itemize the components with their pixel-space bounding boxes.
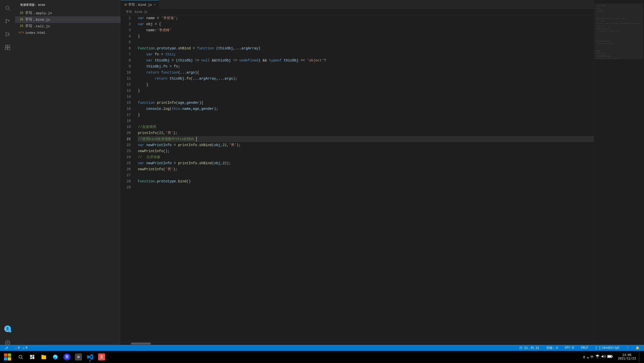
scrollbar-area[interactable] <box>121 342 594 345</box>
code-line-25[interactable]: var newPrintInfo = printInfo.shBind(obj,… <box>138 160 594 166</box>
taskbar-red-app[interactable]: 文 <box>96 351 107 362</box>
code-line-8[interactable]: var thisObj = (thisObj != null &&thisObj… <box>138 57 594 63</box>
error-count[interactable]: ✕ 0 ⚠ 0 <box>14 345 29 351</box>
code-line-1[interactable]: var name = '李世海'; <box>138 15 594 21</box>
cursor-position[interactable]: 行 21，列 21 <box>518 345 541 351</box>
activity-run[interactable] <box>2 28 14 40</box>
code-line-28[interactable]: Function.prototype.bind() <box>138 178 594 184</box>
taskbar-widgets[interactable] <box>27 351 38 362</box>
win-logo-green <box>8 353 11 357</box>
clock[interactable]: 14:06 2021/11/23 <box>616 351 638 362</box>
bell-button[interactable]: 🔔 <box>634 345 641 351</box>
win-logo-blue <box>4 357 7 360</box>
svg-point-12 <box>19 355 22 358</box>
svg-rect-15 <box>32 355 34 356</box>
taskbar-icons: 百 ⚙ 文 <box>15 351 107 362</box>
code-line-24[interactable]: // 分开传参 <box>138 154 594 160</box>
git-icon: ⎇ <box>5 346 8 350</box>
svg-line-1 <box>9 9 10 10</box>
clock-date: 2021/11/23 <box>618 357 636 360</box>
tab-close-button[interactable]: ✕ <box>154 3 156 7</box>
code-content[interactable]: var name = '李世海';var obj = { name:'李虎峰'}… <box>134 15 594 351</box>
file-name-html: index.html <box>25 31 46 35</box>
file-item-call[interactable]: JS 手写，call.js <box>15 23 120 29</box>
svg-point-2 <box>6 19 7 20</box>
tab-js-icon: JS <box>124 3 127 6</box>
code-line-2[interactable]: var obj = { <box>138 21 594 27</box>
minimap-content: var name = '李世海'; var obj = { name:'李虎峰'… <box>594 0 644 63</box>
code-line-22[interactable]: var newPrintInfo = printInfo.shBind(obj,… <box>138 142 594 148</box>
code-line-16[interactable]: console.log(this.name,age,gender); <box>138 106 594 112</box>
svg-point-11 <box>7 342 8 344</box>
encoding[interactable]: UTF-8 <box>563 345 575 351</box>
avatar-badge: 1 <box>9 330 11 333</box>
activity-source-control[interactable] <box>2 15 14 27</box>
status-right: 行 21，列 21 空格: 4 UTF-8 CRLF { } JavaScrip… <box>518 345 641 351</box>
code-editor[interactable]: 1234567891011121314151617181920212223242… <box>121 15 594 351</box>
taskbar-baidu[interactable]: 百 <box>61 351 72 362</box>
code-line-18[interactable] <box>138 118 594 124</box>
line-ending[interactable]: CRLF <box>579 345 590 351</box>
code-line-12[interactable]: } <box>138 82 594 88</box>
taskbar-vscode[interactable] <box>85 351 96 362</box>
svg-point-19 <box>597 357 598 358</box>
taskbar-file-explorer[interactable] <box>38 351 49 362</box>
code-line-6[interactable]: Function.prototype.shBind = function (th… <box>138 45 594 51</box>
activity-search[interactable] <box>2 2 14 14</box>
show-desktop[interactable] <box>639 351 642 362</box>
tab-bind-js[interactable]: JS 手写，bind.js ✕ <box>121 0 159 9</box>
breadcrumb: 手写，bind.js <box>121 9 594 15</box>
code-line-23[interactable]: newPrintInfo(); <box>138 148 594 154</box>
taskbar: 百 ⚙ 文 ∧ ☁ 中 14:0 <box>0 351 644 363</box>
svg-rect-17 <box>32 356 34 359</box>
code-line-13[interactable]: } <box>138 88 594 94</box>
sidebar-title: 资源管理器: BIND <box>15 0 120 9</box>
sync-button[interactable]: ↑ <box>625 345 630 351</box>
code-line-15[interactable]: function printInfo(age,gender){ <box>138 100 594 106</box>
git-branch[interactable]: ⎇ <box>3 345 10 351</box>
activity-extensions[interactable] <box>2 41 14 53</box>
html-file-icon: </> <box>19 30 24 35</box>
taskbar-edge[interactable] <box>50 351 61 362</box>
file-item-apply[interactable]: JS 手写，apply.js <box>15 10 120 16</box>
lang-icon: { } <box>595 346 601 350</box>
code-line-11[interactable]: return thisObj.fn(...argArray,...args); <box>138 76 594 82</box>
taskbar-app-gear[interactable]: ⚙ <box>73 351 84 362</box>
code-line-26[interactable]: newPrintInfo('男'); <box>138 166 594 172</box>
code-line-19[interactable]: //直接调用 <box>138 124 594 130</box>
code-line-5[interactable] <box>138 39 594 45</box>
code-line-9[interactable]: thisObj.fn = fn; <box>138 63 594 70</box>
tray-cloud[interactable]: ☁ <box>587 355 589 359</box>
encoding-label: UTF-8 <box>565 346 574 350</box>
code-line-21[interactable]: //使用bind改变函数中this的指向 <box>138 136 594 142</box>
js-file-icon: JS <box>19 11 24 15</box>
code-line-29[interactable] <box>138 184 594 190</box>
code-line-14[interactable] <box>138 94 594 100</box>
tray-wifi[interactable] <box>595 354 600 360</box>
start-button[interactable] <box>2 351 13 362</box>
language-mode[interactable]: { } JavaScript <box>594 345 621 351</box>
code-line-20[interactable]: printInfo(22,'男'); <box>138 130 594 136</box>
scrollbar-thumb[interactable] <box>131 343 151 345</box>
svg-rect-7 <box>5 45 7 47</box>
tray-lang[interactable]: 中 <box>590 355 594 359</box>
file-item-bind[interactable]: JS 手写，bind.js <box>15 16 120 23</box>
activity-account[interactable]: 👤 1 <box>2 323 14 335</box>
code-line-17[interactable]: } <box>138 112 594 118</box>
code-line-10[interactable]: return function(...args){ <box>138 70 594 76</box>
minimap[interactable]: var name = '李世海'; var obj = { name:'李虎峰'… <box>594 0 644 345</box>
file-item-html[interactable]: </> index.html <box>15 29 120 36</box>
code-line-27[interactable] <box>138 172 594 178</box>
avatar: 👤 1 <box>4 325 11 332</box>
code-line-3[interactable]: name:'李虎峰' <box>138 27 594 33</box>
svg-rect-8 <box>8 45 10 47</box>
js-file-icon-bind: JS <box>19 17 24 22</box>
tray-volume[interactable] <box>601 354 606 360</box>
code-line-4[interactable]: } <box>138 33 594 39</box>
tray-chevron[interactable]: ∧ <box>583 354 585 359</box>
tray-battery[interactable] <box>607 355 613 359</box>
indent-size[interactable]: 空格: 4 <box>545 345 559 351</box>
code-line-7[interactable]: var fn = this; <box>138 51 594 57</box>
taskbar-search[interactable] <box>15 351 26 362</box>
tabs-bar: JS 手写，bind.js ✕ <box>121 0 594 9</box>
